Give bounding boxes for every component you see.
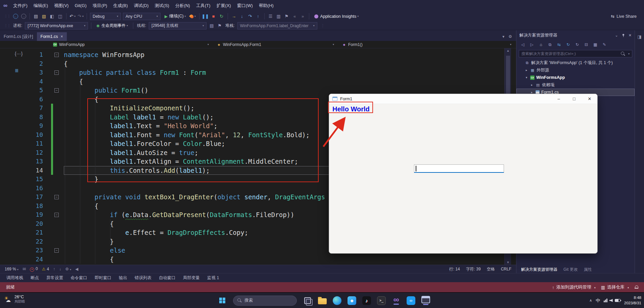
menu-item[interactable]: 测试(S) <box>152 0 172 11</box>
taskbar-search[interactable]: 搜索 <box>233 296 297 306</box>
show-threads-icon[interactable]: ▤ <box>208 22 215 30</box>
code-line[interactable]: 3– public partial class Form1 : Form <box>0 68 516 77</box>
code-cleanup-icon[interactable]: ⚙▾ <box>65 267 71 271</box>
block-ops-icon[interactable]: ▥ <box>275 13 282 20</box>
document-list-dropdown-icon[interactable]: ▾ <box>502 34 504 39</box>
terminal-taskbar-button[interactable]: >_ <box>374 293 389 308</box>
panel-close-icon[interactable]: ✕ <box>629 33 632 38</box>
open-folder-icon[interactable]: ▧ <box>40 13 48 20</box>
panel-chevron-icon[interactable]: ⌄ <box>615 33 618 38</box>
bottom-tab-断点[interactable]: 断点 <box>27 275 43 281</box>
application-insights-dropdown[interactable]: Application Insights▾ <box>312 13 361 20</box>
menu-item[interactable]: 窗口(W) <box>234 0 256 11</box>
thread-dropdown[interactable]: [29548] 主线程▾ <box>149 22 206 30</box>
bottom-tab-局部变量[interactable]: 局部变量 <box>179 275 203 281</box>
bottom-tab-输出[interactable]: 输出 <box>115 275 131 281</box>
scroll-up-icon[interactable]: ▲ <box>505 49 511 52</box>
bottom-tab-自动窗口[interactable]: 自动窗口 <box>155 275 179 281</box>
collapse-margin-icon[interactable]: ◀ <box>75 267 78 271</box>
restart-icon[interactable]: ↻ <box>218 13 225 20</box>
expand-icon[interactable]: ▸ <box>530 83 534 87</box>
caret-line-indicator[interactable]: 行: 14 <box>449 266 460 272</box>
edit-icon[interactable]: ✎ <box>602 42 607 48</box>
form1-window[interactable]: Form1 – □ ✕ Hello World <box>329 94 598 254</box>
menu-item[interactable]: 扩展(X) <box>214 0 234 11</box>
fold-marker-icon[interactable]: – <box>54 53 59 57</box>
form1-title-bar[interactable]: Form1 – □ ✕ <box>329 94 597 104</box>
fold-marker-icon[interactable]: – <box>54 248 59 253</box>
caret-column-indicator[interactable]: 字符: 39 <box>466 266 481 272</box>
scroll-down-icon[interactable]: ▼ <box>505 261 511 264</box>
stack-frame-dropdown[interactable]: WinFormsApp.Form1.label_DragEnter▾ <box>237 22 317 30</box>
nav-forward-icon[interactable]: → <box>20 13 27 20</box>
code-line[interactable]: 1–namespace WinFormsApp <box>0 50 516 59</box>
expand-icon[interactable]: ▸ <box>524 68 528 72</box>
next-issue-icon[interactable]: ↓ <box>59 267 61 271</box>
document-tab[interactable]: Form1.cs [设计] <box>0 32 37 41</box>
bottom-tab-监视 1[interactable]: 监视 1 <box>203 275 223 281</box>
code-line[interactable]: 2{ <box>0 59 516 68</box>
menu-item[interactable]: 视图(V) <box>51 0 72 11</box>
error-count[interactable]: ✕0 <box>30 266 38 272</box>
search-filter-dropdown-icon[interactable]: ▾ <box>628 52 630 55</box>
form-maximize-button[interactable]: □ <box>566 94 582 104</box>
taskbar-clock[interactable]: 8:482023/8/31 <box>624 295 641 306</box>
vscode-taskbar-button[interactable]: ‹› <box>404 293 418 308</box>
redo-icon[interactable]: ↷▾ <box>77 13 84 20</box>
save-all-icon[interactable]: ◫ <box>56 13 64 20</box>
lifecycle-events-button[interactable]: ◉生命周期事件▾ <box>94 22 130 30</box>
refresh-icon[interactable]: ↻ <box>574 42 580 48</box>
break-all-icon[interactable]: ❚❚ <box>202 13 209 20</box>
panel-tab-解决方案资源管理器[interactable]: 解决方案资源管理器 <box>518 267 560 272</box>
douyin-taskbar-button[interactable]: ♪ <box>359 293 374 308</box>
file-explorer-taskbar-button[interactable] <box>315 293 330 308</box>
select-repository-button[interactable]: ▥选择仓库▴ <box>601 284 629 290</box>
toolbar-grip-icon[interactable]: ⋮⋮ <box>4 23 10 28</box>
code-line[interactable]: 24 { <box>0 255 516 264</box>
pin-icon[interactable] <box>622 34 625 37</box>
toolbar-overflow-icon[interactable]: ⋮ <box>321 23 324 28</box>
continue-button[interactable]: ▶继续(C)▾ <box>162 13 188 20</box>
visual-studio-taskbar-button[interactable]: ∞ <box>389 293 404 308</box>
new-project-icon[interactable]: ▤ <box>32 13 40 20</box>
collapsed-panel-icon[interactable]: ◨ <box>637 34 641 273</box>
bottom-tab-即时窗口[interactable]: 即时窗口 <box>91 275 115 281</box>
bottom-tab-调用堆栈[interactable]: 调用堆栈 <box>3 275 27 281</box>
notifications-bell-icon[interactable] <box>634 285 639 289</box>
nav-back-icon[interactable]: ← <box>12 13 19 20</box>
step-into-icon[interactable]: ↓ <box>238 13 246 20</box>
show-next-icon[interactable]: → <box>230 13 238 20</box>
collapse-all-icon[interactable]: ⊟ <box>584 42 589 48</box>
tree-item-外部源[interactable]: ▸▦外部源 <box>516 66 635 74</box>
step-over-icon[interactable]: ↷ <box>246 13 254 20</box>
solution-configurations-dropdown[interactable]: Debug▾ <box>90 13 121 20</box>
menu-item[interactable]: 文件(F) <box>10 0 31 11</box>
back-icon[interactable]: ◁ <box>520 42 525 48</box>
menu-item[interactable]: 工具(T) <box>193 0 214 11</box>
add-to-source-control-button[interactable]: ↑添加到源代码管理▴ <box>552 284 596 290</box>
save-icon[interactable]: ◧ <box>48 13 56 20</box>
solution-search-input[interactable] <box>521 52 619 56</box>
line-ops-icon[interactable]: ☰ <box>267 13 274 20</box>
fold-marker-icon[interactable]: – <box>54 213 59 217</box>
breadcrumb-project-dropdown[interactable]: C# WinFormsApp▾ <box>0 41 214 48</box>
undo-icon[interactable]: ↶▾ <box>69 13 76 20</box>
feedback-icon[interactable]: ✉ <box>22 267 26 271</box>
tree-item-解决方案 'WinFormsApp' (1 个项目, 共 1 个)[interactable]: ⧉解决方案 'WinFormsApp' (1 个项目, 共 1 个) <box>516 59 635 66</box>
editor-settings-icon[interactable]: ⚙ <box>508 34 512 39</box>
menu-item[interactable]: Git(G) <box>72 0 89 11</box>
weather-widget[interactable]: ☀☁ 26°C局部晴 <box>4 295 25 304</box>
zoom-level[interactable]: 169 %▾ <box>5 267 18 271</box>
menu-item[interactable]: 项目(P) <box>90 0 110 11</box>
hot-reload-icon[interactable]: ▾ <box>189 13 197 20</box>
fold-marker-icon[interactable]: – <box>54 70 59 75</box>
solution-platforms-dropdown[interactable]: Any CPU▾ <box>123 13 160 20</box>
expand-icon[interactable]: ▾ <box>524 76 528 79</box>
bottom-tab-命令窗口[interactable]: 命令窗口 <box>67 275 91 281</box>
task-view-taskbar-button[interactable] <box>300 293 315 308</box>
form-minimize-button[interactable]: – <box>551 94 566 104</box>
menu-item[interactable]: 生成(B) <box>110 0 131 11</box>
home-icon[interactable]: ⌂ <box>538 42 544 48</box>
solution-search-box[interactable]: ▾ <box>519 50 632 57</box>
process-dropdown[interactable]: [7772] WinFormsApp.exe▾ <box>25 22 88 30</box>
